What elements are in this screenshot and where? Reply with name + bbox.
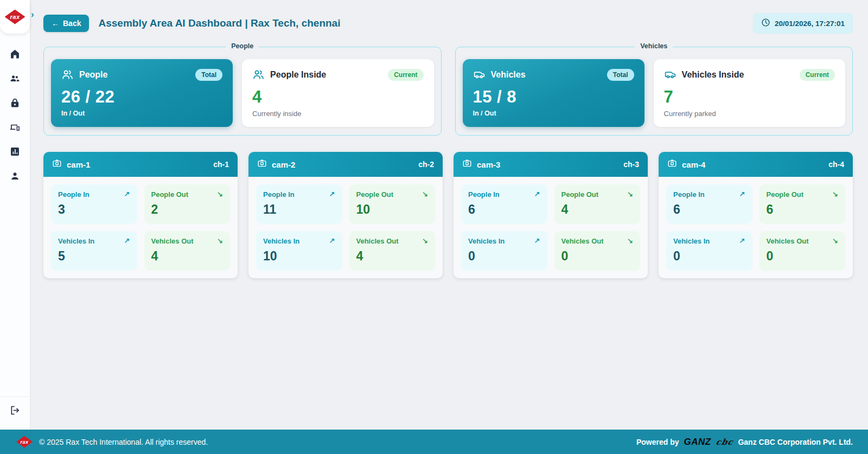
sidebar-item-security[interactable] <box>6 97 24 111</box>
camera-channel: ch-1 <box>213 160 229 169</box>
camera-icon <box>462 158 472 170</box>
camera-icon <box>667 158 677 170</box>
main-content: ← Back Assembly Area AI Dashboard | Rax … <box>30 0 868 430</box>
people-inside-label: People Inside <box>270 70 326 80</box>
camera-name: cam-2 <box>272 160 295 169</box>
vehicles-group: Vehicles Vehicles Total 15 / 8 In / Out <box>455 47 853 136</box>
camera-channel: ch-4 <box>828 160 844 169</box>
vehicles-group-legend: Vehicles <box>635 42 673 50</box>
stat-value: 4 <box>356 249 429 264</box>
camera-card-3: cam-3 ch-3 People In↗ 6 People Out↘ 4 Ve… <box>454 152 648 278</box>
trend-down-icon: ↘ <box>832 237 838 244</box>
copyright-text: © 2025 Rax Tech International. All right… <box>39 438 208 446</box>
stat-value: 6 <box>673 202 745 217</box>
sidebar-item-profile[interactable] <box>6 170 24 184</box>
camera-name: cam-3 <box>477 160 500 169</box>
dashboard-page: rax › <box>0 0 868 430</box>
stat-tile-vehicles-in: Vehicles In↗ 5 <box>51 231 137 271</box>
vehicles-inside-caption: Currently parked <box>664 110 835 118</box>
vehicles-total-value: 15 / 8 <box>473 87 634 107</box>
stat-value: 6 <box>767 202 839 217</box>
stat-label: Vehicles Out <box>151 237 194 245</box>
people-total-value: 26 / 22 <box>61 87 222 107</box>
stat-tile-vehicles-out: Vehicles Out↘ 0 <box>760 231 846 271</box>
trend-down-icon: ↘ <box>832 190 838 197</box>
vehicles-total-label: Vehicles <box>491 70 526 80</box>
people-inside-caption: Currently inside <box>252 110 423 118</box>
stat-label: People In <box>673 190 705 199</box>
camera-cards-row: cam-1 ch-1 People In↗ 3 People Out↘ 2 Ve… <box>43 152 853 278</box>
back-button[interactable]: ← Back <box>43 15 89 32</box>
current-badge: Current <box>388 69 423 81</box>
stat-tile-people-out: People Out↘ 4 <box>554 184 641 224</box>
timestamp-badge: 20/01/2026, 17:27:01 <box>753 13 853 34</box>
trend-up-icon: ↗ <box>534 190 540 197</box>
trend-down-icon: ↘ <box>217 237 223 244</box>
vehicles-inside-card: Vehicles Inside Current 7 Currently park… <box>654 59 845 127</box>
stat-value: 6 <box>468 202 540 217</box>
back-arrow-icon: ← <box>52 19 59 28</box>
sidebar-item-people[interactable] <box>6 72 24 86</box>
stat-label: Vehicles In <box>263 237 299 245</box>
rax-logo-diamond: rax <box>5 10 25 24</box>
stat-label: People Out <box>561 190 599 199</box>
sidebar-item-analytics[interactable] <box>6 145 24 159</box>
stat-tile-people-in: People In↗ 6 <box>461 184 547 224</box>
sidebar-item-home[interactable] <box>6 48 24 62</box>
camera-card-header: cam-3 ch-3 <box>454 152 648 177</box>
trend-up-icon: ↗ <box>329 237 335 244</box>
powered-by-label: Powered by <box>636 438 679 446</box>
trend-down-icon: ↘ <box>627 237 633 244</box>
trend-up-icon: ↗ <box>124 190 130 197</box>
trend-up-icon: ↗ <box>739 237 745 244</box>
timestamp-text: 20/01/2026, 17:27:01 <box>775 20 845 28</box>
stat-tile-vehicles-out: Vehicles Out↘ 4 <box>144 231 231 271</box>
topbar: ← Back Assembly Area AI Dashboard | Rax … <box>43 0 853 39</box>
camera-card-header: cam-4 ch-4 <box>659 152 853 177</box>
people-icon <box>252 68 265 81</box>
logout-button[interactable] <box>9 405 21 418</box>
camera-card-header: cam-1 ch-1 <box>43 152 238 177</box>
back-button-label: Back <box>63 19 81 28</box>
people-inside-card: People Inside Current 4 Currently inside <box>242 59 433 127</box>
vehicles-total-caption: In / Out <box>473 110 634 117</box>
trend-down-icon: ↘ <box>422 190 428 197</box>
devices-icon <box>9 122 21 135</box>
camera-name: cam-4 <box>682 160 705 169</box>
stat-value: 2 <box>151 202 224 217</box>
page-title: Assembly Area AI Dashboard | Rax Tech, c… <box>98 17 340 29</box>
stat-value: 5 <box>58 249 130 264</box>
vehicles-total-card: Vehicles Total 15 / 8 In / Out <box>463 59 644 127</box>
sidebar: rax › <box>0 0 30 430</box>
vehicle-icon <box>664 68 676 81</box>
camera-channel: ch-3 <box>623 160 639 169</box>
camera-icon <box>257 158 267 170</box>
summary-groups: People People Total 26 / 22 In / Out <box>43 47 853 136</box>
sidebar-expand-chevron-icon[interactable]: › <box>31 10 34 19</box>
stat-value: 0 <box>561 249 634 264</box>
stat-value: 0 <box>767 249 839 264</box>
camera-card-1: cam-1 ch-1 People In↗ 3 People Out↘ 2 Ve… <box>43 152 238 278</box>
stat-tile-vehicles-out: Vehicles Out↘ 0 <box>554 231 641 271</box>
stat-value: 3 <box>58 202 130 217</box>
sidebar-item-devices[interactable] <box>6 121 24 135</box>
stat-value: 11 <box>263 202 335 217</box>
stat-tile-vehicles-in: Vehicles In↗ 10 <box>256 231 342 271</box>
logout-icon <box>9 410 21 418</box>
footer: rax © 2025 Rax Tech International. All r… <box>0 430 868 454</box>
trend-up-icon: ↗ <box>124 237 130 244</box>
stat-tile-vehicles-in: Vehicles In↗ 0 <box>461 231 547 271</box>
analytics-icon <box>9 146 21 159</box>
company-name: Ganz CBC Corporation Pvt. Ltd. <box>738 438 853 446</box>
rax-logo: rax <box>0 0 30 34</box>
trend-down-icon: ↘ <box>422 237 428 244</box>
stat-tile-people-out: People Out↘ 2 <box>144 184 231 224</box>
total-badge: Total <box>195 69 222 81</box>
trend-up-icon: ↗ <box>534 237 540 244</box>
stat-tile-people-out: People Out↘ 10 <box>349 184 436 224</box>
trend-down-icon: ↘ <box>217 190 223 197</box>
people-total-caption: In / Out <box>61 110 222 117</box>
home-icon <box>9 48 21 61</box>
trend-up-icon: ↗ <box>329 190 335 197</box>
camera-name: cam-1 <box>67 160 90 169</box>
